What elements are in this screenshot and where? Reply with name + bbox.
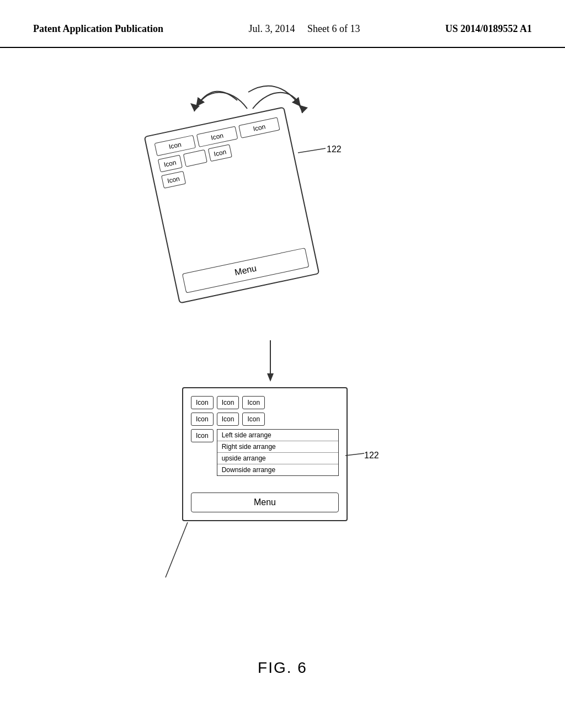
bottom-icon-row3-with-menu: Icon Left side arrange Right side arrang… (191, 429, 339, 476)
svg-marker-6 (299, 105, 308, 113)
context-menu-item-2: Right side arrange (217, 441, 338, 453)
top-icon-5: Icon (207, 144, 232, 162)
bottom-icon-2: Icon (217, 396, 239, 409)
top-icon-empty (183, 149, 207, 167)
top-menu-area: Menu (182, 248, 310, 293)
context-menu-item-1: Left side arrange (217, 430, 338, 441)
bottom-icon-row1: Icon Icon Icon (191, 396, 339, 409)
top-icon-4: Icon (158, 155, 183, 173)
bottom-icon-4: Icon (191, 413, 214, 426)
bottom-device: Icon Icon Icon Icon Icon Icon Icon Left … (182, 387, 348, 521)
page-header: Patent Application Publication Jul. 3, 2… (0, 0, 565, 48)
context-menu-item-4: Downside arrange (217, 464, 338, 475)
top-device: Icon Icon Icon Icon Icon Icon Menu (144, 107, 320, 304)
bottom-icon-6: Icon (242, 413, 265, 426)
publication-number: US 2014/0189552 A1 (445, 22, 532, 36)
bottom-icon-row2: Icon Icon Icon (191, 413, 339, 426)
top-device-label: 122 (327, 144, 342, 154)
bottom-device-label: 122 (364, 451, 379, 461)
publication-date: Jul. 3, 2014 (249, 23, 295, 34)
context-menu-item-3: upside arrange (217, 453, 338, 464)
figure-label: FIG. 6 (258, 659, 307, 677)
top-device-container: Icon Icon Icon Icon Icon Icon Menu (160, 114, 303, 291)
svg-marker-1 (267, 373, 274, 382)
publication-date-sheet: Jul. 3, 2014 Sheet 6 of 13 (249, 22, 360, 36)
bottom-icon-7: Icon (191, 429, 214, 442)
top-menu-button: Menu (182, 248, 310, 293)
svg-marker-5 (190, 103, 200, 111)
svg-line-8 (345, 453, 364, 456)
bottom-device-container: Icon Icon Icon Icon Icon Icon Icon Left … (182, 387, 348, 521)
bottom-icon-1: Icon (191, 396, 214, 409)
top-icon-6: Icon (161, 171, 186, 189)
svg-line-2 (166, 522, 188, 577)
bottom-icon-5: Icon (217, 413, 239, 426)
sheet-number: Sheet 6 of 13 (307, 23, 360, 34)
figure-content: Icon Icon Icon Icon Icon Icon Menu 122 (0, 48, 565, 710)
bottom-menu-button: Menu (191, 493, 339, 512)
context-menu: Left side arrange Right side arrange ups… (217, 429, 339, 476)
publication-title: Patent Application Publication (33, 22, 163, 36)
fig-text: FIG. 6 (258, 659, 307, 676)
bottom-menu-area: Menu (191, 493, 339, 512)
bottom-icon-3: Icon (242, 396, 265, 409)
